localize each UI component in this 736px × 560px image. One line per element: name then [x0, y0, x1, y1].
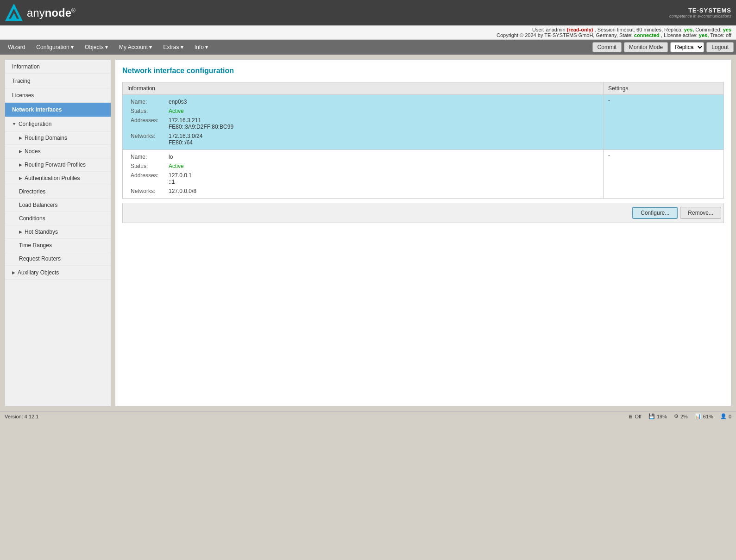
users-label: 0: [729, 414, 731, 419]
logo-icon: [5, 4, 23, 22]
brand-sub: competence in e-communications: [669, 14, 731, 19]
sidebar-item-time-ranges[interactable]: Time Ranges: [5, 239, 111, 252]
arrow-authentication-profiles: ▶: [19, 176, 22, 180]
trace-label: Trace:: [710, 32, 724, 38]
nav-extras[interactable]: Extras ▾: [157, 42, 189, 52]
footer-memory: 📊 61%: [695, 413, 713, 419]
sidebar-item-hot-standbys[interactable]: ▶ Hot Standbys: [5, 225, 111, 239]
committed-label: Committed:: [695, 27, 721, 32]
cpu-label: 2%: [680, 414, 688, 419]
replica-select[interactable]: Replica: [670, 42, 704, 52]
remove-button[interactable]: Remove...: [680, 207, 721, 219]
sidebar-group-auxiliary-objects-label: Auxiliary Objects: [18, 269, 59, 276]
sidebar-item-hot-standbys-label: Hot Standbys: [25, 229, 58, 235]
col-information: Information: [123, 82, 604, 95]
disk-label: 19%: [657, 414, 667, 419]
user-label: User:: [532, 27, 546, 32]
value-name2: lo: [166, 153, 598, 161]
sidebar-item-routing-domains[interactable]: ▶ Routing Domains: [5, 131, 111, 145]
sidebar-item-authentication-profiles[interactable]: ▶ Authentication Profiles: [5, 172, 111, 185]
sidebar-item-directories-label: Directories: [19, 188, 45, 195]
footer-users: 👤 0: [720, 413, 731, 419]
label-addresses1: Addresses:: [128, 116, 165, 131]
arrow-routing-forward-profiles: ▶: [19, 162, 22, 167]
row1-settings: -: [604, 95, 724, 150]
row2-settings: -: [604, 150, 724, 199]
label-status1: Status:: [128, 107, 165, 115]
value-name1: enp0s3: [166, 98, 598, 106]
table-row[interactable]: Name: enp0s3 Status: Active Addresses: 1…: [123, 95, 724, 150]
nav-objects[interactable]: Objects ▾: [79, 42, 113, 52]
sidebar-group-configuration[interactable]: ▼ Configuration: [5, 117, 111, 131]
sidebar-item-load-balancers-label: Load Balancers: [19, 202, 57, 208]
monitor-mode-button[interactable]: Monitor Mode: [624, 42, 668, 52]
label-status2: Status:: [128, 162, 165, 170]
interfaces-table: Information Settings Name: enp0s3: [122, 82, 724, 199]
logo-area: anynode®: [5, 4, 75, 22]
sidebar-item-load-balancers[interactable]: Load Balancers: [5, 199, 111, 212]
sidebar-item-request-routers-label: Request Routers: [19, 255, 61, 262]
navbar: Wizard Configuration ▾ Objects ▾ My Acco…: [0, 40, 736, 55]
configure-button[interactable]: Configure...: [632, 207, 678, 219]
footer-status-area: 🖥 Off 💾 19% ⚙ 2% 📊 61% 👤 0: [628, 413, 731, 419]
value-status1: Active: [166, 107, 598, 115]
sidebar-group-auxiliary-objects[interactable]: ▶ Auxiliary Objects: [5, 266, 111, 280]
value-networks1: 172.16.3.0/24FE80::/64: [166, 132, 598, 147]
table-row[interactable]: Name: lo Status: Active Addresses: 127.0…: [123, 150, 724, 199]
svg-marker-1: [10, 13, 18, 20]
value-status2: Active: [166, 162, 598, 170]
sidebar-item-routing-forward-profiles[interactable]: ▶ Routing Forward Profiles: [5, 158, 111, 172]
cpu-icon: ⚙: [674, 413, 679, 419]
sidebar: Information Tracing Licenses Network Int…: [5, 59, 111, 406]
label-name2: Name:: [128, 153, 165, 161]
nav-myaccount[interactable]: My Account ▾: [113, 42, 157, 52]
sidebar-item-conditions-label: Conditions: [19, 215, 45, 222]
trace-val: off: [726, 32, 731, 38]
commit-button[interactable]: Commit: [592, 42, 622, 52]
nav-info[interactable]: Info ▾: [189, 42, 214, 52]
arrow-routing-domains: ▶: [19, 136, 22, 140]
replica-label: Replica:: [664, 27, 683, 32]
label-name1: Name:: [128, 98, 165, 106]
sidebar-item-tracing[interactable]: Tracing: [5, 74, 111, 88]
copyright-text: Copyright © 2024 by TE-SYSTEMS GmbH, Ger…: [497, 32, 633, 38]
monitor-icon: 🖥: [628, 414, 633, 419]
content-area: Network interface configuration Informat…: [115, 59, 731, 406]
nav-configuration[interactable]: Configuration ▾: [31, 42, 79, 52]
sidebar-item-directories[interactable]: Directories: [5, 185, 111, 199]
row1-info: Name: enp0s3 Status: Active Addresses: 1…: [123, 95, 604, 150]
status-bar: User: anadmin (read-only) , Session time…: [0, 25, 736, 40]
label-networks1: Networks:: [128, 132, 165, 147]
disk-icon: 💾: [648, 413, 655, 419]
sidebar-item-nodes[interactable]: ▶ Nodes: [5, 145, 111, 158]
sidebar-item-nodes-label: Nodes: [25, 148, 41, 155]
sidebar-item-information[interactable]: Information: [5, 60, 111, 74]
sidebar-item-licenses[interactable]: Licenses: [5, 88, 111, 103]
brand-area: TE-SYSTEMS competence in e-communication…: [669, 7, 731, 19]
state-val: connected: [634, 32, 660, 38]
footer-monitor: 🖥 Off: [628, 414, 641, 419]
footer-disk: 💾 19%: [648, 413, 667, 419]
users-icon: 👤: [720, 413, 727, 419]
sidebar-item-conditions[interactable]: Conditions: [5, 212, 111, 225]
sidebar-item-request-routers[interactable]: Request Routers: [5, 252, 111, 266]
version-label: Version: 4.12.1: [5, 414, 38, 419]
readonly-label: (read-only): [567, 27, 593, 32]
memory-icon: 📊: [695, 413, 701, 419]
license-val: yes,: [699, 32, 709, 38]
value-addresses1: 172.16.3.211FE80::3A9:D2FF:80:BC99: [166, 116, 598, 131]
arrow-auxiliary-objects: ▶: [12, 270, 15, 275]
monitor-label: Off: [635, 414, 641, 419]
sidebar-item-network-interfaces[interactable]: Network Interfaces: [5, 103, 111, 117]
username: anadmin: [546, 27, 565, 32]
row2-info: Name: lo Status: Active Addresses: 127.0…: [123, 150, 604, 199]
value-addresses2: 127.0.0.1::1: [166, 171, 598, 186]
footer: Version: 4.12.1 🖥 Off 💾 19% ⚙ 2% 📊 61% 👤…: [0, 411, 736, 421]
session-label: Session timeout: 60 minutes,: [598, 27, 663, 32]
page-title: Network interface configuration: [122, 67, 724, 75]
nav-wizard[interactable]: Wizard: [2, 42, 31, 52]
committed-val: yes: [723, 27, 731, 32]
sidebar-item-routing-forward-profiles-label: Routing Forward Profiles: [25, 162, 86, 168]
expand-arrow-configuration: ▼: [12, 122, 16, 126]
logout-button[interactable]: Logout: [706, 42, 734, 52]
